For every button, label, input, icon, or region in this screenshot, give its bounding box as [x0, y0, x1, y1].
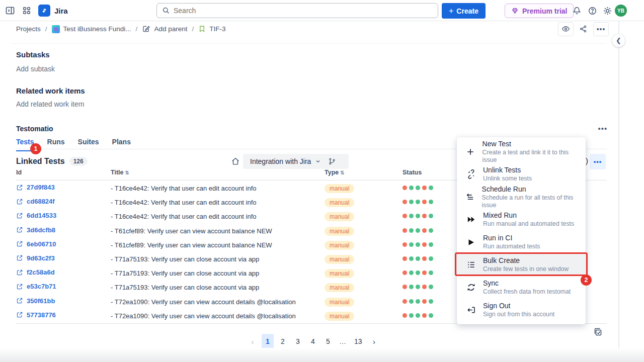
app-switcher-button[interactable] [22, 6, 31, 15]
test-id-link[interactable]: 27d9f843 [16, 184, 55, 191]
breadcrumb-issue[interactable]: TIF-3 [198, 25, 225, 33]
external-link-icon [16, 240, 23, 247]
test-status-cell [403, 256, 433, 261]
test-type-cell: manual [325, 240, 354, 249]
status-dot-red [422, 313, 427, 318]
test-title-cell: - T16ce4e42: Verify that user can edit a… [111, 213, 257, 220]
search-box[interactable] [156, 3, 438, 18]
page-button-2[interactable]: 2 [277, 334, 289, 349]
plus-icon [465, 147, 476, 156]
page-button-13[interactable]: 13 [351, 334, 365, 349]
menu-item-schedule-run[interactable]: Schedule RunSchedule a run for all tests… [457, 186, 586, 208]
premium-trial-button[interactable]: Premium trial [505, 4, 574, 18]
multi-select-button[interactable] [592, 326, 604, 338]
menu-item-subtitle: Create a test and link it it to this iss… [482, 149, 579, 164]
chevron-left-icon: ❮ [616, 37, 621, 44]
page-button-1[interactable]: 1 [262, 334, 274, 349]
annotation-step-2-badge: 2 [581, 275, 592, 286]
menu-item-mixed-run[interactable]: Mixed RunRun manual and automated tests [457, 208, 586, 231]
testomatio-more-button[interactable]: ••• [596, 122, 610, 134]
add-parent-button[interactable]: Add parent [142, 25, 187, 33]
tab-suites[interactable]: Suites [78, 138, 99, 151]
menu-item-title: Bulk Create [483, 256, 569, 265]
sidebar-toggle-button[interactable] [5, 6, 15, 16]
test-id-link[interactable]: 350f61bb [16, 297, 55, 305]
breadcrumb-projects[interactable]: Projects [16, 25, 41, 33]
watch-button[interactable] [558, 22, 574, 36]
collapse-panel-button[interactable]: ❮ [612, 34, 625, 47]
status-dot-red [422, 285, 427, 289]
menu-item-title: Sign Out [483, 302, 554, 310]
add-related-work-button[interactable]: Add related work item [16, 100, 84, 108]
test-id-link[interactable]: 9d63c2f3 [16, 254, 55, 262]
user-avatar[interactable]: YB [615, 5, 627, 17]
branch-icon[interactable] [328, 157, 336, 165]
test-id-text: 57738776 [27, 311, 56, 319]
status-dot-green [429, 200, 433, 204]
menu-item-bulk-create[interactable]: Bulk CreateCreate few tests in one windo… [457, 253, 586, 276]
unlink-icon [465, 169, 477, 179]
menu-item-new-test[interactable]: New TestCreate a test and link it it to … [457, 140, 586, 163]
test-id-link[interactable]: 6dd14533 [16, 212, 56, 219]
status-dot-green [409, 200, 414, 204]
subtasks-heading: Subtasks [16, 50, 50, 59]
create-button[interactable]: + Create [442, 3, 486, 19]
status-dot-red [403, 256, 407, 261]
project-avatar-icon [52, 25, 60, 33]
jira-home-link[interactable]: Jira [38, 5, 68, 17]
notifications-button[interactable] [569, 0, 584, 21]
test-id-link[interactable]: 57738776 [16, 311, 56, 319]
type-badge: manual [325, 184, 354, 193]
menu-item-sign-out[interactable]: Sign OutSign out from this account [457, 299, 586, 321]
menu-item-unlink-tests[interactable]: Unlink TestsUnlink some tests [457, 163, 586, 186]
content-divider [12, 43, 607, 44]
search-input[interactable] [174, 7, 433, 15]
menu-item-run-in-ci[interactable]: Run in CIRun automated tests [457, 231, 586, 253]
status-dot-red [403, 313, 407, 318]
sort-icon[interactable]: ⇅ [340, 170, 344, 175]
page-button-5[interactable]: 5 [322, 334, 334, 349]
test-id-link[interactable]: e53c7b71 [16, 283, 56, 290]
status-dot-green [429, 214, 433, 218]
share-button[interactable] [576, 22, 591, 36]
status-dot-red [422, 256, 427, 261]
page-button-4[interactable]: 4 [307, 334, 319, 349]
test-status-cell [403, 214, 433, 218]
type-badge: manual [325, 298, 354, 307]
page-button-3[interactable]: 3 [292, 334, 304, 349]
page-next-button[interactable]: › [368, 334, 380, 349]
column-header-title[interactable]: Title⇅ [111, 169, 129, 176]
issue-more-button[interactable]: ••• [593, 22, 609, 36]
tab-plans[interactable]: Plans [112, 138, 131, 151]
project-selector-dropdown[interactable]: Integration with Jira [243, 154, 349, 169]
status-dot-green [429, 299, 433, 304]
test-type-cell: manual [325, 226, 354, 235]
status-dot-green [409, 228, 414, 233]
linked-tests-more-button[interactable]: ••• [590, 154, 606, 169]
help-button[interactable] [585, 0, 600, 21]
external-link-icon [16, 269, 23, 276]
test-status-cell [403, 242, 433, 247]
status-dot-red [403, 200, 407, 204]
settings-button[interactable] [600, 0, 615, 21]
linked-tests-label: Linked Tests [16, 157, 65, 166]
menu-item-sync[interactable]: SyncCollect fresh data from testomat [457, 276, 586, 299]
test-id-text: 9d63c2f3 [27, 254, 55, 262]
test-id-link[interactable]: f2c58a6d [16, 268, 55, 276]
sign-out-icon [465, 305, 477, 315]
test-id-link[interactable]: 3d6dcfb8 [16, 226, 55, 234]
column-header-type[interactable]: Type⇅ [325, 169, 345, 176]
home-button[interactable] [229, 155, 242, 168]
status-dot-red [422, 186, 427, 190]
plus-icon: + [449, 7, 453, 16]
test-title-cell: - T71a75193: Verify user can close accou… [111, 269, 259, 277]
status-dot-green [409, 256, 414, 261]
add-subtask-button[interactable]: Add subtask [16, 65, 55, 73]
page-prev-button[interactable]: ‹ [247, 334, 259, 349]
sort-icon[interactable]: ⇅ [125, 170, 129, 175]
breadcrumb-project[interactable]: Test iBusiness Fundi... [52, 25, 131, 33]
test-id-link[interactable]: cd68824f [16, 198, 55, 205]
tab-runs[interactable]: Runs [47, 138, 65, 151]
status-dot-red [403, 270, 407, 275]
test-id-link[interactable]: 6eb06710 [16, 240, 56, 248]
